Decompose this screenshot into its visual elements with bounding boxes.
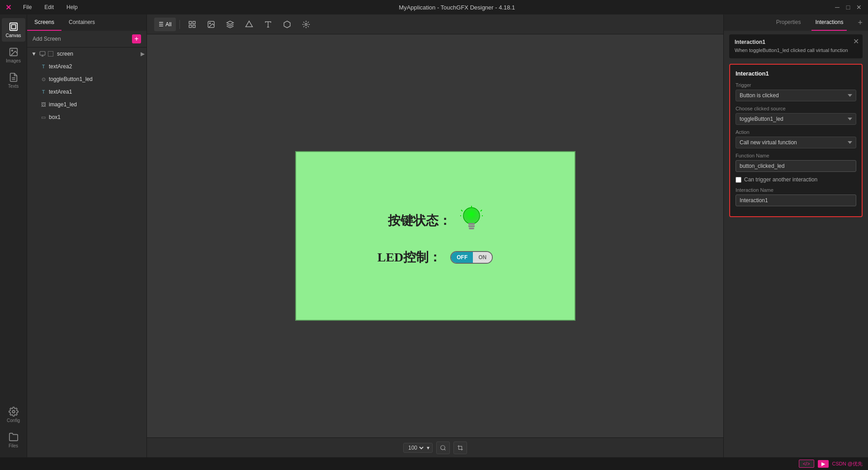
led-control-text: LED控制： (377, 249, 442, 266)
special-icon (302, 20, 310, 28)
interaction-tooltip: Interaction1 When toggleButton1_led clic… (729, 34, 863, 58)
center-area: ☰ All (147, 14, 723, 457)
svg-rect-7 (40, 52, 45, 55)
toolbar-3d-btn[interactable] (278, 18, 296, 31)
toggle-off-label[interactable]: OFF (451, 252, 473, 263)
svg-point-19 (305, 23, 307, 25)
screen-label: screen (57, 51, 73, 57)
interaction-name-input[interactable] (736, 195, 856, 206)
tab-interactions[interactable]: Interactions (811, 14, 847, 31)
svg-rect-23 (469, 228, 474, 229)
text-icon-2: T (40, 88, 47, 95)
svg-point-3 (11, 50, 13, 51)
toolbar-shapes-btn[interactable] (241, 18, 258, 31)
zoom-control[interactable]: 50 75 100 150 200 ▾ (403, 443, 433, 453)
toggle-icon: ⊙ (40, 76, 47, 83)
layers-icon (226, 20, 234, 28)
texts-label: Texts (8, 84, 19, 89)
minimize-button[interactable]: ─ (834, 4, 841, 11)
sidebar-item-files[interactable]: Files (2, 428, 25, 452)
tree-item-box1[interactable]: ▭ box1 (27, 111, 146, 123)
panel-tabs: Screens Containers (27, 14, 146, 31)
tooltip-title: Interaction1 (735, 39, 857, 45)
svg-point-20 (463, 208, 480, 224)
all-icon: ☰ (159, 21, 164, 28)
svg-rect-21 (468, 223, 475, 225)
toolbar-all-btn[interactable]: ☰ All (154, 18, 176, 31)
can-trigger-label: Can trigger another interaction (744, 176, 817, 183)
toolbar-text-btn[interactable] (259, 18, 277, 31)
interaction-card: Interaction1 Trigger Button is clicked V… (729, 64, 863, 217)
source-select[interactable]: toggleButton1_led (736, 113, 856, 125)
canvas-area: 按键状态： (147, 34, 723, 437)
window-controls: ─ □ ✕ (834, 4, 863, 11)
tree-item-textarea1[interactable]: T textArea1 (27, 85, 146, 98)
led-control-row: LED控制： OFF ON (377, 249, 493, 266)
box1-label: box1 (49, 114, 61, 120)
tab-containers[interactable]: Containers (61, 14, 102, 31)
tab-screens[interactable]: Screens (27, 14, 61, 31)
can-trigger-checkbox[interactable] (736, 177, 741, 183)
toolbar-image-btn[interactable] (203, 18, 220, 31)
tree-item-togglebutton[interactable]: ⊙ toggleButton1_led (27, 73, 146, 85)
toggle-on-label[interactable]: ON (473, 252, 492, 263)
svg-point-6 (12, 410, 15, 413)
tree-toggle-screen[interactable]: ▼ (31, 51, 37, 57)
text-icon-1: T (40, 63, 47, 70)
right-panel-tabs: Properties Interactions + (724, 14, 868, 31)
files-label: Files (9, 443, 18, 448)
svg-rect-0 (9, 23, 17, 31)
toggle-switch[interactable]: OFF ON (450, 251, 493, 264)
function-name-input[interactable] (736, 160, 856, 172)
text-toolbar-icon (264, 20, 272, 28)
sidebar-item-canvas[interactable]: Canvas (2, 18, 25, 42)
tree-item-textarea2[interactable]: T textArea2 (27, 60, 146, 73)
svg-rect-11 (193, 21, 195, 24)
crop-button[interactable] (453, 442, 467, 454)
fit-button[interactable] (436, 442, 450, 454)
canvas-content: 按键状态： (296, 152, 575, 320)
status-bar: </> ▶ CSDN @优先 (0, 457, 868, 470)
svg-line-25 (461, 210, 462, 211)
menu-file[interactable]: File (20, 2, 34, 12)
config-label: Config (7, 418, 20, 423)
close-button[interactable]: ✕ (855, 4, 863, 11)
sidebar-item-texts[interactable]: Texts (2, 69, 25, 92)
tree-item-screen[interactable]: ▼ screen ▶ (27, 47, 146, 60)
sidebar-item-config[interactable]: Config (2, 403, 25, 427)
svg-rect-13 (193, 25, 195, 27)
maximize-button[interactable]: □ (844, 4, 852, 11)
main-toolbar: ☰ All (147, 14, 723, 34)
box-icon: ▭ (40, 114, 47, 121)
toolbar-widget-btn[interactable] (184, 18, 201, 31)
trigger-select[interactable]: Button is clicked Value changed Screen e… (736, 90, 856, 101)
widget-icon (188, 20, 196, 28)
canvas-frame[interactable]: 按键状态： (295, 151, 576, 321)
code-badge[interactable]: </> (799, 460, 814, 468)
toolbar-sep-1 (179, 20, 180, 29)
action-label: Action (736, 129, 856, 135)
menu-edit[interactable]: Edit (42, 2, 57, 12)
toolbar-layers-btn[interactable] (222, 18, 239, 31)
interaction-card-title: Interaction1 (736, 70, 856, 77)
window-title: MyApplication - TouchGFX Designer - 4.18… (90, 4, 825, 11)
bottom-toolbar: 50 75 100 150 200 ▾ (147, 437, 723, 457)
toolbar-special-btn[interactable] (297, 18, 315, 31)
play-badge[interactable]: ▶ (818, 460, 829, 468)
action-select[interactable]: Call new virtual function Change screen (736, 137, 856, 148)
function-name-label: Function Name (736, 153, 856, 158)
add-screen-button[interactable]: + (132, 34, 141, 43)
tree-item-image1led[interactable]: 🖼 image1_led (27, 98, 146, 111)
zoom-select[interactable]: 50 75 100 150 200 (406, 444, 425, 451)
lightbulb-icon (460, 206, 483, 235)
tooltip-close-button[interactable]: ✕ (853, 37, 859, 46)
menu-help[interactable]: Help (64, 2, 80, 12)
textarea2-label: textArea2 (49, 63, 72, 70)
sidebar-item-images[interactable]: Images (2, 43, 25, 67)
titlebar: ✕ File Edit Help MyApplication - TouchGF… (0, 0, 868, 14)
trigger-label: Trigger (736, 82, 856, 88)
screen-play-icon[interactable]: ▶ (141, 51, 145, 57)
main-layout: Canvas Images Texts Conf (0, 14, 868, 457)
tab-properties[interactable]: Properties (773, 14, 805, 31)
add-interaction-button[interactable]: + (858, 18, 863, 28)
